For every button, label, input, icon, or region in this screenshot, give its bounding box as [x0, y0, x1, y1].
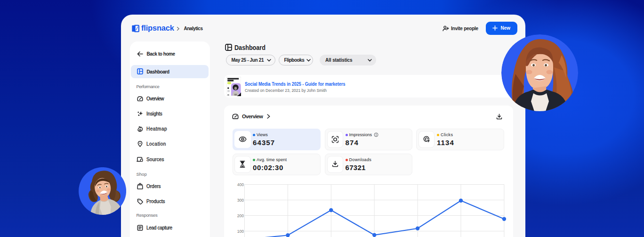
svg-text:300: 300	[237, 198, 244, 203]
svg-text:100: 100	[237, 229, 244, 234]
svg-text:200: 200	[237, 213, 244, 218]
svg-text:400: 400	[237, 182, 244, 187]
